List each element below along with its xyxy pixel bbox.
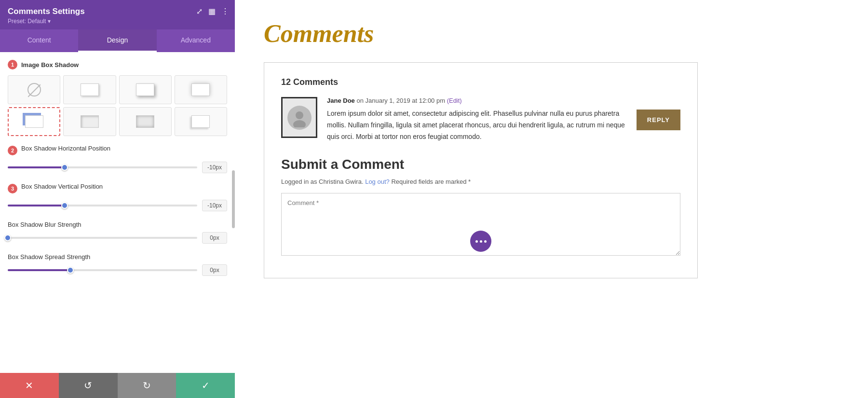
spread-strength-section: Box Shadow Spread Strength 0px xyxy=(8,253,227,276)
spread-strength-row: 0px xyxy=(8,264,227,276)
svg-point-0 xyxy=(296,111,303,119)
shadow-options-grid xyxy=(8,75,227,136)
comment-meta: Jane Doe on January 1, 2019 at 12:00 pm … xyxy=(327,97,627,104)
horizontal-position-label: Box Shadow Horizontal Position xyxy=(21,145,110,152)
shadow-option-5[interactable] xyxy=(63,107,116,136)
left-panel: Comments Settings Preset: Default ▾ ⤢ ▦ … xyxy=(0,0,235,398)
horizontal-fill xyxy=(8,166,65,168)
shadow-box-2 xyxy=(136,83,154,96)
dot-1 xyxy=(475,240,478,243)
comment-edit-link[interactable]: (Edit) xyxy=(447,97,462,104)
horizontal-thumb[interactable] xyxy=(61,164,68,171)
comment-avatar xyxy=(281,97,317,138)
spread-fill xyxy=(8,269,70,271)
svg-point-1 xyxy=(293,120,306,127)
image-box-shadow-section: 1 Image Box Shadow xyxy=(8,60,227,69)
submit-title: Submit a Comment xyxy=(281,157,680,172)
shadow-box-5 xyxy=(81,115,99,128)
shadow-option-6[interactable] xyxy=(119,107,172,136)
vertical-fill xyxy=(8,205,65,206)
shadow-box-3 xyxy=(191,83,210,96)
page-title: Comments xyxy=(264,19,839,48)
avatar-icon xyxy=(290,108,309,127)
image-box-shadow-label: Image Box Shadow xyxy=(21,61,79,69)
comment-entry: Jane Doe on January 1, 2019 at 12:00 pm … xyxy=(281,97,680,142)
expand-icon[interactable]: ⤢ xyxy=(196,7,203,16)
vertical-section-header: 3 Box Shadow Vertical Position xyxy=(8,183,227,194)
shadow-box-1 xyxy=(81,83,99,96)
dot-3 xyxy=(484,240,487,243)
blur-strength-track[interactable] xyxy=(8,237,197,239)
comment-author: Jane Doe xyxy=(327,97,355,104)
blur-strength-label: Box Shadow Blur Strength xyxy=(8,221,227,228)
horizontal-position-track[interactable] xyxy=(8,166,197,168)
spread-strength-label: Box Shadow Spread Strength xyxy=(8,253,227,261)
shadow-box-6 xyxy=(136,115,154,128)
panel-title: Comments Settings xyxy=(8,7,227,16)
comment-date: on January 1, 2019 at 12:00 pm xyxy=(356,97,445,104)
horizontal-position-section: 2 Box Shadow Horizontal Position -10px xyxy=(8,145,227,173)
section-number-2: 2 xyxy=(8,146,17,155)
save-button[interactable]: ✓ xyxy=(176,373,235,398)
blur-thumb[interactable] xyxy=(4,234,11,241)
avatar-image xyxy=(287,106,312,130)
spread-strength-track[interactable] xyxy=(8,269,197,271)
horizontal-position-value[interactable]: -10px xyxy=(202,162,227,173)
tabs: Content Design Advanced xyxy=(0,29,235,52)
panel-header: Comments Settings Preset: Default ▾ ⤢ ▦ … xyxy=(0,0,235,29)
shadow-option-2[interactable] xyxy=(119,75,172,104)
undo-button[interactable]: ↺ xyxy=(59,373,118,398)
section-number-1: 1 xyxy=(8,60,17,69)
more-icon[interactable]: ⋮ xyxy=(221,7,229,16)
textarea-wrapper xyxy=(281,193,680,258)
shadow-option-7[interactable] xyxy=(175,107,227,136)
section-number-3: 3 xyxy=(8,184,17,193)
shadow-option-1[interactable] xyxy=(63,75,116,104)
shadow-option-selected[interactable] xyxy=(8,107,60,136)
logged-in-prefix: Logged in as Christina Gwira. xyxy=(281,178,364,185)
vertical-position-section: 3 Box Shadow Vertical Position -10px xyxy=(8,183,227,211)
tab-advanced[interactable]: Advanced xyxy=(157,29,235,52)
redo-button[interactable]: ↻ xyxy=(118,373,176,398)
comments-count: 12 Comments xyxy=(281,77,680,87)
shadow-box-7 xyxy=(191,115,210,128)
reply-button[interactable]: REPLY xyxy=(637,110,680,130)
vertical-thumb[interactable] xyxy=(61,202,68,209)
panel-scrollbar[interactable] xyxy=(232,170,235,228)
cancel-button[interactable]: ✕ xyxy=(0,373,59,398)
comment-text: Lorem ipsum dolor sit amet, consectetur … xyxy=(327,108,627,142)
shadow-option-3[interactable] xyxy=(175,75,227,104)
logout-link[interactable]: Log out? xyxy=(365,178,390,185)
panel-preset: Preset: Default ▾ xyxy=(8,18,227,25)
preset-dropdown[interactable]: Preset: Default xyxy=(8,18,46,25)
blur-strength-value[interactable]: 0px xyxy=(202,232,227,244)
tab-content[interactable]: Content xyxy=(0,29,78,52)
no-shadow-icon xyxy=(27,83,41,96)
dot-2 xyxy=(480,240,482,243)
right-content: Comments 12 Comments Jane Doe on January… xyxy=(235,0,868,398)
blur-strength-row: 0px xyxy=(8,232,227,244)
panel-content: 1 Image Box Shadow xyxy=(0,52,235,373)
panel-header-icons: ⤢ ▦ ⋮ xyxy=(196,7,229,16)
spread-strength-value[interactable]: 0px xyxy=(202,264,227,276)
tab-design[interactable]: Design xyxy=(78,29,156,52)
required-fields-text: Required fields are marked * xyxy=(391,178,471,185)
vertical-position-value[interactable]: -10px xyxy=(202,200,227,211)
bottom-toolbar: ✕ ↺ ↻ ✓ xyxy=(0,373,235,398)
horizontal-section-header: 2 Box Shadow Horizontal Position xyxy=(8,145,227,156)
blur-strength-section: Box Shadow Blur Strength 0px xyxy=(8,221,227,244)
submit-section: Submit a Comment Logged in as Christina … xyxy=(281,157,680,258)
vertical-position-label: Box Shadow Vertical Position xyxy=(21,183,103,190)
spread-thumb[interactable] xyxy=(67,267,74,274)
horizontal-position-row: -10px xyxy=(8,162,227,173)
columns-icon[interactable]: ▦ xyxy=(208,7,216,16)
vertical-position-track[interactable] xyxy=(8,205,197,206)
vertical-position-row: -10px xyxy=(8,200,227,211)
logged-in-text: Logged in as Christina Gwira. Log out? R… xyxy=(281,178,680,185)
shadow-box-selected xyxy=(25,115,43,128)
comment-body: Jane Doe on January 1, 2019 at 12:00 pm … xyxy=(327,97,627,142)
comments-box: 12 Comments Jane Doe on January 1, 2019 … xyxy=(264,62,698,278)
shadow-option-none[interactable] xyxy=(8,75,60,104)
options-dots-button[interactable] xyxy=(470,231,491,252)
